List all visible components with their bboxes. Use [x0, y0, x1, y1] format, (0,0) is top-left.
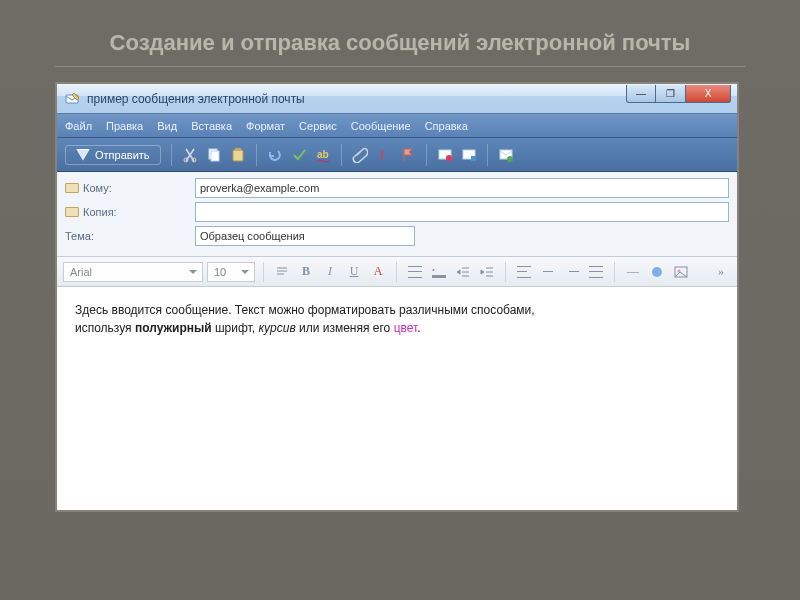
justify-button[interactable] — [586, 262, 606, 282]
format-separator — [263, 262, 264, 282]
image-button[interactable] — [671, 262, 691, 282]
maximize-button[interactable]: ❐ — [656, 85, 686, 103]
menu-insert[interactable]: Вставка — [191, 120, 232, 132]
toolbar-overflow-button[interactable]: » — [711, 262, 731, 282]
format-toolbar: Arial 10 B I U A — — [57, 257, 737, 287]
close-button[interactable]: X — [686, 85, 731, 103]
cc-input[interactable] — [195, 202, 729, 222]
title-divider — [55, 66, 745, 67]
addressbook-icon — [65, 183, 79, 193]
menu-view[interactable]: Вид — [157, 120, 177, 132]
menu-edit[interactable]: Правка — [106, 120, 143, 132]
subject-input[interactable] — [195, 226, 415, 246]
body-text: шрифт, — [212, 321, 259, 335]
format-separator — [614, 262, 615, 282]
priority-icon[interactable]: ! — [376, 147, 392, 163]
svg-rect-6 — [235, 148, 241, 151]
to-label-area[interactable]: Кому: — [65, 182, 195, 194]
svg-rect-5 — [233, 150, 243, 161]
menu-message[interactable]: Сообщение — [351, 120, 411, 132]
window-controls: — ❐ X — [626, 85, 731, 103]
email-compose-window: пример сообщения электронной почты — ❐ X… — [57, 84, 737, 510]
sign-icon[interactable] — [437, 147, 453, 163]
svg-text:ab: ab — [317, 149, 329, 160]
compose-mail-icon — [65, 91, 81, 107]
italic-sample: курсив — [258, 321, 295, 335]
envelope-icon — [76, 149, 90, 161]
underline-button[interactable]: U — [344, 262, 364, 282]
menu-format[interactable]: Формат — [246, 120, 285, 132]
colored-sample: цвет — [394, 321, 418, 335]
svg-text:!: ! — [380, 148, 384, 163]
undo-icon[interactable] — [267, 147, 283, 163]
numbered-list-button[interactable] — [405, 262, 425, 282]
subject-label: Тема: — [65, 230, 94, 242]
check-icon[interactable] — [291, 147, 307, 163]
toolbar-separator — [256, 144, 257, 166]
cc-row: Копия: — [65, 202, 729, 222]
align-left-button[interactable] — [514, 262, 534, 282]
menu-file[interactable]: Файл — [65, 120, 92, 132]
cc-label-area[interactable]: Копия: — [65, 206, 195, 218]
to-row: Кому: — [65, 178, 729, 198]
cut-icon[interactable] — [182, 147, 198, 163]
toolbar-separator — [487, 144, 488, 166]
to-label: Кому: — [83, 182, 112, 194]
indent-button[interactable] — [477, 262, 497, 282]
font-color-button[interactable]: A — [368, 262, 388, 282]
toolbar-separator — [171, 144, 172, 166]
svg-rect-12 — [471, 156, 476, 161]
body-text: или изменяя его — [296, 321, 394, 335]
subject-row: Тема: — [65, 226, 729, 246]
send-button[interactable]: Отправить — [65, 145, 161, 165]
menubar: Файл Правка Вид Вставка Формат Сервис Со… — [57, 114, 737, 138]
link-button[interactable] — [647, 262, 667, 282]
font-size-select[interactable]: 10 — [207, 262, 255, 282]
paragraph-icon[interactable] — [272, 262, 292, 282]
svg-point-10 — [446, 155, 452, 161]
screenshot-frame: пример сообщения электронной почты — ❐ X… — [55, 82, 739, 512]
offline-icon[interactable] — [498, 147, 514, 163]
titlebar: пример сообщения электронной почты — ❐ X — [57, 84, 737, 114]
menu-help[interactable]: Справка — [425, 120, 468, 132]
bold-button[interactable]: B — [296, 262, 316, 282]
window-title: пример сообщения электронной почты — [87, 92, 626, 106]
body-text: Здесь вводится сообщение. Текст можно фо… — [75, 303, 535, 317]
align-right-button[interactable] — [562, 262, 582, 282]
main-toolbar: Отправить ab ! — [57, 138, 737, 172]
toolbar-separator — [426, 144, 427, 166]
cc-label: Копия: — [83, 206, 117, 218]
body-text: используя — [75, 321, 135, 335]
minimize-button[interactable]: — — [626, 85, 656, 103]
email-headers: Кому: Копия: Тема: — [57, 172, 737, 257]
encrypt-icon[interactable] — [461, 147, 477, 163]
addressbook-icon — [65, 207, 79, 217]
body-text: . — [417, 321, 420, 335]
svg-point-15 — [652, 267, 662, 277]
align-center-button[interactable] — [538, 262, 558, 282]
flag-icon[interactable] — [400, 147, 416, 163]
svg-point-14 — [507, 156, 513, 162]
format-separator — [505, 262, 506, 282]
paste-icon[interactable] — [230, 147, 246, 163]
slide-title: Создание и отправка сообщений электронно… — [55, 30, 745, 56]
attach-icon[interactable] — [352, 147, 368, 163]
message-body[interactable]: Здесь вводится сообщение. Текст можно фо… — [57, 287, 737, 510]
hr-button[interactable]: — — [623, 262, 643, 282]
send-button-label: Отправить — [95, 149, 150, 161]
font-select[interactable]: Arial — [63, 262, 203, 282]
format-separator — [396, 262, 397, 282]
svg-rect-4 — [211, 151, 219, 161]
italic-button[interactable]: I — [320, 262, 340, 282]
menu-service[interactable]: Сервис — [299, 120, 337, 132]
spellcheck-icon[interactable]: ab — [315, 147, 331, 163]
outdent-button[interactable] — [453, 262, 473, 282]
bullet-list-button[interactable] — [429, 262, 449, 282]
copy-icon[interactable] — [206, 147, 222, 163]
bold-sample: полужирный — [135, 321, 212, 335]
subject-label-area: Тема: — [65, 230, 195, 242]
to-input[interactable] — [195, 178, 729, 198]
toolbar-separator — [341, 144, 342, 166]
